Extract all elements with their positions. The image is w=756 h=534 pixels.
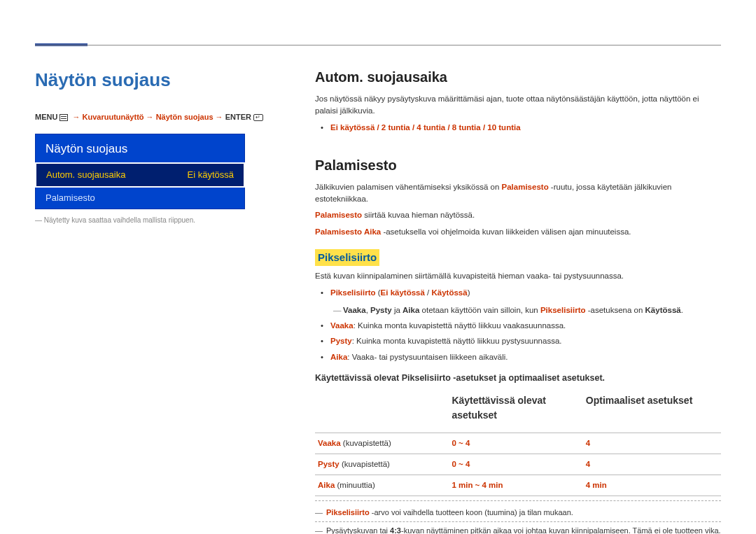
sub-bullet-1: Pikselisiirto (Ei käytössä / Käytössä) [330,287,721,299]
menu-icon [59,114,68,121]
footnote-2: Pysäytyskuvan tai 4:3-kuvan näyttäminen … [315,522,721,534]
footnotes: Pikselisiirto -arvo voi vaihdella tuotte… [315,500,721,534]
breadcrumb-part-1: Kuvaruutunäyttö [83,113,144,121]
table-title: Käytettävissä olevat Pikselisiirto -aset… [315,372,721,385]
sub-bullets: Pikselisiirto (Ei käytössä / Käytössä) [315,287,721,299]
subsection-pikselisiirto: Pikselisiirto [315,249,379,267]
sub-body: Estä kuvan kiinnipalaminen siirtämällä k… [315,270,721,282]
section2-body-1: Jälkikuvien palamisen vähentämiseksi yks… [315,181,721,206]
menu-label: MENU [35,113,57,121]
left-column: Näytön suojaus MENU → Kuvaruutunäyttö → … [35,66,301,534]
osd-row-palamisesto[interactable]: Palamisesto [36,187,244,209]
sub-bullet-pysty: Pysty: Kuinka monta kuvapistettä näyttö … [330,335,721,347]
section1-body: Jos näytössä näkyy pysäytyskuva määrittä… [315,93,721,118]
section2-body-3: Palamisesto Aika -asetuksella voi ohjelm… [315,226,721,238]
settings-table: Käytettävissä olevat asetukset Optimaali… [315,389,721,497]
sub-bullet-vaaka: Vaaka: Kuinka monta kuvapistettä näyttö … [330,320,721,332]
page-content: Näytön suojaus MENU → Kuvaruutunäyttö → … [35,66,721,534]
sub-note-1: Vaaka, Pysty ja Aika otetaan käyttöön va… [315,304,721,316]
section1-bullet-1: Ei käytössä / 2 tuntia / 4 tuntia / 8 tu… [330,122,721,134]
section-title-autom: Autom. suojausaika [315,66,721,87]
breadcrumb-part-2: Näytön suojaus [156,113,214,121]
table-header-available: Käytettävissä olevat asetukset [449,389,582,433]
section2-body-2: Palamisesto siirtää kuvaa hieman näytöss… [315,209,721,221]
breadcrumb-arrow-1: → [72,113,80,121]
page-title: Näytön suojaus [35,66,301,94]
breadcrumb-arrow-2: → [146,113,154,121]
sub-bullet-aika: Aika: Vaaka- tai pystysuuntaisen liikkee… [330,351,721,363]
breadcrumb-arrow-3: → [216,113,223,121]
table-row: Pysty (kuvapistettä) 0 ~ 4 4 [315,454,721,475]
enter-icon [253,114,263,121]
osd-title: Näytön suojaus [36,134,244,164]
section-title-palamisesto: Palamisesto [315,155,721,176]
osd-footnote: Näytetty kuva saattaa vaihdella mallista… [35,215,301,225]
footnote-1: Pikselisiirto -arvo voi vaihdella tuotte… [315,504,721,522]
right-column: Autom. suojausaika Jos näytössä näkyy py… [301,66,721,534]
sub-bullets-2: Vaaka: Kuinka monta kuvapistettä näyttö … [315,320,721,363]
osd-row-label: Autom. suojausaika [46,168,125,182]
table-row: Vaaka (kuvapistettä) 0 ~ 4 4 [315,433,721,454]
header-divider [35,45,721,45]
osd-row-autom-suojausaika[interactable]: Autom. suojausaika Ei käytössä [35,162,245,188]
enter-label: ENTER [225,113,251,121]
osd-menu-box: Näytön suojaus Autom. suojausaika Ei käy… [35,134,245,210]
section1-bullets: Ei käytössä / 2 tuntia / 4 tuntia / 8 tu… [315,122,721,134]
table-header-optimal: Optimaaliset asetukset [583,389,721,433]
breadcrumb: MENU → Kuvaruutunäyttö → Näytön suojaus … [35,111,301,123]
osd-row-value: Ei käytössä [188,168,234,182]
osd-row-label: Palamisesto [46,191,95,205]
table-row: Aika (minuuttia) 1 min ~ 4 min 4 min [315,475,721,496]
